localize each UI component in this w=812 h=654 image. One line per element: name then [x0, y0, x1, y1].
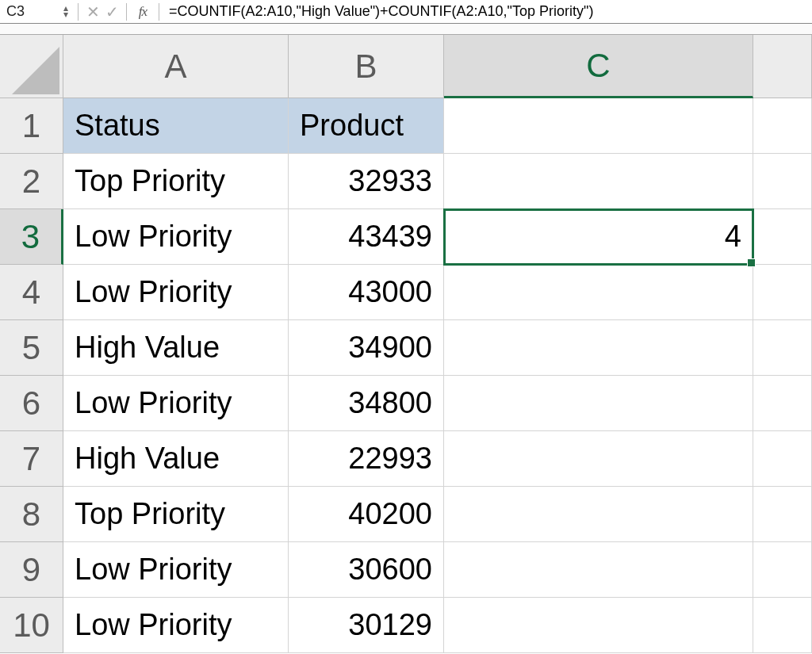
- col-header-C[interactable]: C: [444, 35, 753, 98]
- select-all-corner[interactable]: [0, 35, 63, 98]
- cell-B4[interactable]: 43000: [289, 265, 444, 320]
- name-box-stepper[interactable]: ▴ ▾: [62, 6, 73, 18]
- separator: [126, 3, 127, 21]
- ribbon-gap: [0, 24, 812, 35]
- spreadsheet-grid: A B C 1 Status Product 2 Top Priority 32…: [0, 35, 812, 653]
- cell-A2[interactable]: Top Priority: [63, 154, 289, 209]
- cell-C10[interactable]: [444, 598, 753, 653]
- cell-C2[interactable]: [444, 154, 753, 209]
- separator: [78, 3, 79, 21]
- cell-B10[interactable]: 30129: [289, 598, 444, 653]
- col-header-A[interactable]: A: [63, 35, 289, 98]
- cell-D3[interactable]: [753, 209, 812, 265]
- cell-C4[interactable]: [444, 265, 753, 320]
- cell-B5[interactable]: 34900: [289, 320, 444, 376]
- cell-D8[interactable]: [753, 487, 812, 542]
- row-header-5[interactable]: 5: [0, 320, 63, 376]
- cell-C5[interactable]: [444, 320, 753, 376]
- cell-A7[interactable]: High Value: [63, 431, 289, 487]
- formula-input[interactable]: [164, 0, 812, 23]
- formula-bar: C3 ▴ ▾ ✕ ✓ fx: [0, 0, 812, 24]
- row-header-7[interactable]: 7: [0, 431, 63, 487]
- row-header-10[interactable]: 10: [0, 598, 63, 653]
- row-header-6[interactable]: 6: [0, 376, 63, 431]
- fx-icon[interactable]: fx: [132, 4, 154, 20]
- cell-D10[interactable]: [753, 598, 812, 653]
- cell-A1[interactable]: Status: [63, 98, 289, 154]
- cell-D4[interactable]: [753, 265, 812, 320]
- cell-A8[interactable]: Top Priority: [63, 487, 289, 542]
- cell-C8[interactable]: [444, 487, 753, 542]
- row-header-2[interactable]: 2: [0, 154, 63, 209]
- cell-B6[interactable]: 34800: [289, 376, 444, 431]
- row-header-3[interactable]: 3: [0, 209, 63, 265]
- row-header-8[interactable]: 8: [0, 487, 63, 542]
- confirm-icon[interactable]: ✓: [102, 2, 121, 21]
- cell-C7[interactable]: [444, 431, 753, 487]
- cell-C1[interactable]: [444, 98, 753, 154]
- cell-A4[interactable]: Low Priority: [63, 265, 289, 320]
- cell-B7[interactable]: 22993: [289, 431, 444, 487]
- cell-A10[interactable]: Low Priority: [63, 598, 289, 653]
- name-box-text: C3: [6, 3, 62, 20]
- cell-B2[interactable]: 32933: [289, 154, 444, 209]
- cell-B3[interactable]: 43439: [289, 209, 444, 265]
- cell-D6[interactable]: [753, 376, 812, 431]
- cell-D2[interactable]: [753, 154, 812, 209]
- separator: [159, 3, 159, 21]
- cell-A5[interactable]: High Value: [63, 320, 289, 376]
- cell-B1[interactable]: Product: [289, 98, 444, 154]
- cell-A9[interactable]: Low Priority: [63, 542, 289, 598]
- cell-D1[interactable]: [753, 98, 812, 154]
- cell-C6[interactable]: [444, 376, 753, 431]
- row-header-4[interactable]: 4: [0, 265, 63, 320]
- col-header-B[interactable]: B: [289, 35, 444, 98]
- cell-A6[interactable]: Low Priority: [63, 376, 289, 431]
- name-box[interactable]: C3 ▴ ▾: [2, 0, 73, 23]
- col-header-D[interactable]: [753, 35, 812, 98]
- row-header-1[interactable]: 1: [0, 98, 63, 154]
- row-header-9[interactable]: 9: [0, 542, 63, 598]
- cancel-icon[interactable]: ✕: [83, 2, 102, 21]
- cell-D9[interactable]: [753, 542, 812, 598]
- cell-C9[interactable]: [444, 542, 753, 598]
- cell-D5[interactable]: [753, 320, 812, 376]
- cell-C3[interactable]: 4: [444, 209, 753, 265]
- stepper-down-icon[interactable]: ▾: [63, 12, 68, 18]
- cell-B8[interactable]: 40200: [289, 487, 444, 542]
- cell-B9[interactable]: 30600: [289, 542, 444, 598]
- cell-A3[interactable]: Low Priority: [63, 209, 289, 265]
- cell-D7[interactable]: [753, 431, 812, 487]
